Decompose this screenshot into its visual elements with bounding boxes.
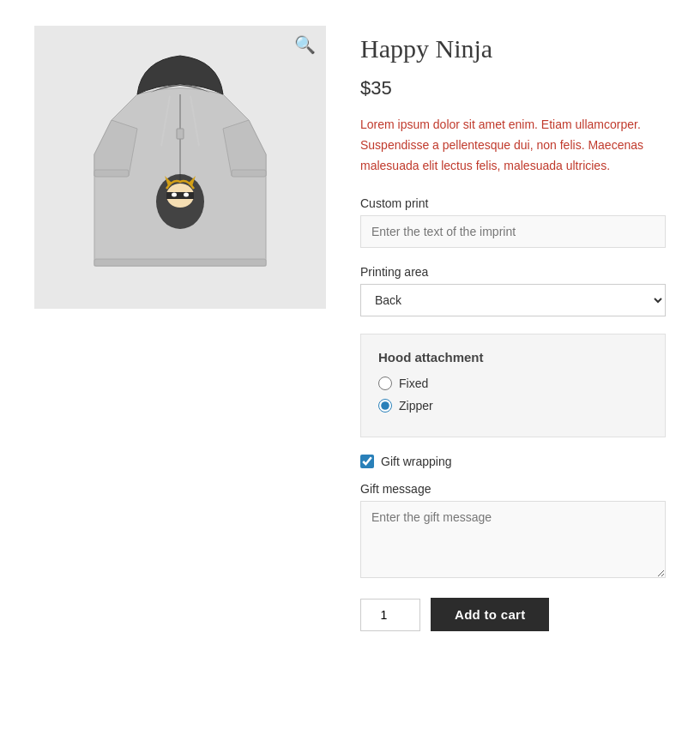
quantity-input[interactable]: [360, 599, 420, 631]
printing-area-select[interactable]: Back Front Left Sleeve Right Sleeve: [360, 284, 666, 316]
cart-row: Add to cart: [360, 598, 666, 631]
svg-point-8: [184, 193, 189, 197]
radio-option-zipper[interactable]: Zipper: [378, 399, 648, 413]
gift-message-textarea[interactable]: [360, 501, 666, 578]
zoom-icon[interactable]: 🔍: [294, 34, 316, 55]
product-image-column: 🔍: [34, 26, 326, 631]
gift-wrapping-checkbox[interactable]: [360, 455, 374, 468]
svg-rect-1: [177, 129, 184, 139]
radio-zipper[interactable]: [378, 399, 392, 413]
printing-area-group: Printing area Back Front Left Sleeve Rig…: [360, 265, 666, 316]
svg-rect-9: [94, 170, 129, 177]
svg-rect-10: [232, 170, 266, 177]
hood-attachment-title: Hood attachment: [378, 350, 648, 364]
radio-fixed[interactable]: [378, 377, 392, 390]
svg-rect-6: [166, 192, 194, 199]
gift-wrapping-label[interactable]: Gift wrapping: [381, 455, 451, 468]
printing-area-label: Printing area: [360, 265, 666, 279]
product-description: Lorem ipsum dolor sit amet enim. Etiam u…: [360, 115, 666, 176]
product-image: [69, 43, 292, 292]
gift-wrapping-row: Gift wrapping: [360, 455, 666, 468]
svg-rect-11: [94, 259, 266, 266]
product-layout: 🔍: [0, 0, 700, 657]
gift-message-label: Gift message: [360, 482, 666, 496]
svg-point-7: [172, 193, 177, 197]
product-details-column: Happy Ninja $35 Lorem ipsum dolor sit am…: [360, 26, 666, 631]
custom-print-group: Custom print: [360, 196, 666, 248]
custom-print-label: Custom print: [360, 196, 666, 210]
radio-zipper-label: Zipper: [399, 399, 433, 413]
radio-fixed-label: Fixed: [399, 377, 428, 390]
add-to-cart-button[interactable]: Add to cart: [431, 598, 549, 631]
product-title: Happy Ninja: [360, 34, 666, 63]
product-image-container: 🔍: [34, 26, 326, 309]
custom-print-input[interactable]: [360, 215, 666, 248]
hood-attachment-group: Hood attachment Fixed Zipper: [360, 334, 666, 437]
gift-message-group: Gift message: [360, 482, 666, 581]
radio-option-fixed[interactable]: Fixed: [378, 377, 648, 390]
product-price: $35: [360, 77, 666, 99]
